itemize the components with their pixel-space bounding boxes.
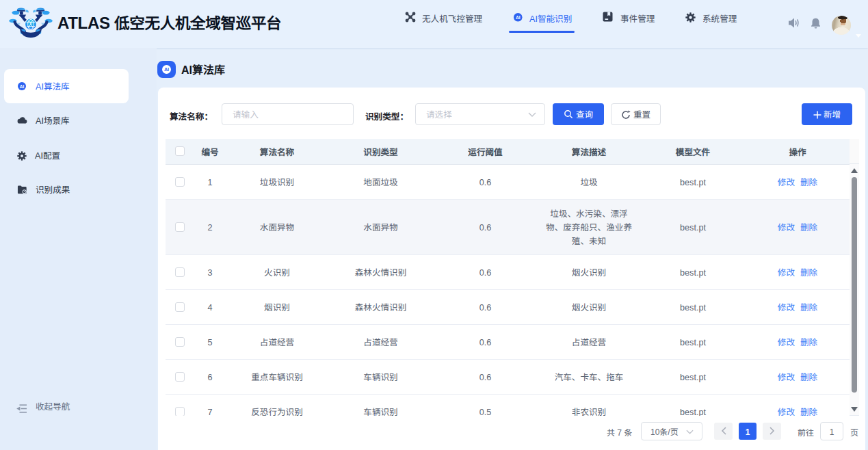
svg-text:AI: AI <box>516 15 521 20</box>
svg-text:AI: AI <box>19 84 24 89</box>
svg-text:AI: AI <box>163 66 168 72</box>
